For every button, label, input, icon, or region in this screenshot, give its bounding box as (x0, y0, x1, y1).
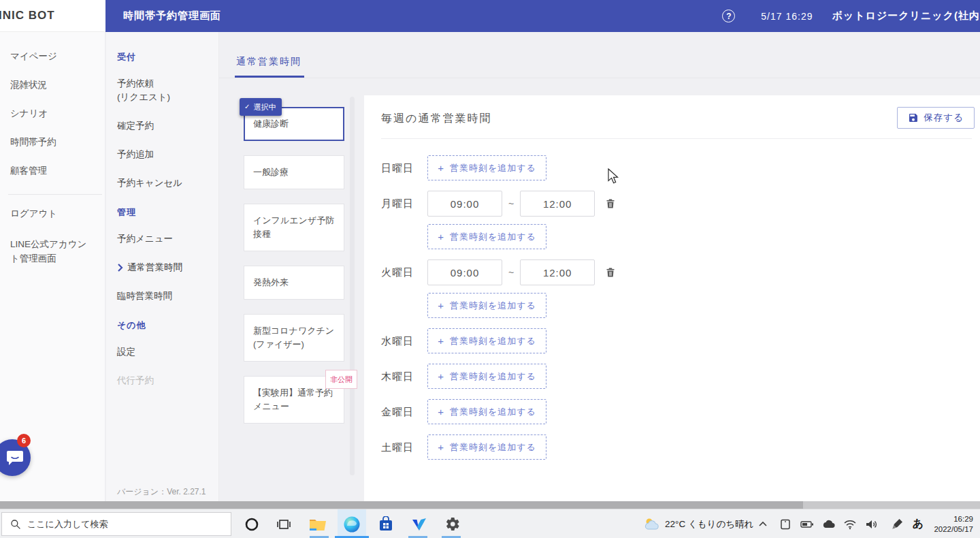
add-time-button-thursday[interactable]: + 営業時刻を追加する (427, 364, 546, 389)
app-logo-text: INIC BOT (0, 9, 55, 22)
plus-icon: + (438, 335, 444, 347)
sidebar-item-logout[interactable]: ログアウト (10, 208, 98, 219)
version-label: バージョン：Ver. 2.27.1 (117, 486, 206, 498)
chevron-up-icon[interactable] (753, 509, 773, 538)
menu-card-experimental[interactable]: 非公開 【実験用】通常予約メニュー (244, 376, 344, 424)
chevron-right-icon (117, 264, 123, 272)
sidebar-item-mypage[interactable]: マイページ (10, 51, 98, 62)
ime-indicator[interactable]: あ (908, 509, 928, 538)
account-name[interactable]: ボットロジークリニック(社内 (832, 10, 980, 22)
plus-icon: + (438, 231, 444, 242)
time-slot: ~ (427, 191, 616, 217)
panel-header: 毎週の通常営業時間 保存する (381, 95, 972, 139)
menu-card-health-check[interactable]: ✓ 選択中 健康診断 (244, 107, 344, 141)
sidebar-item-customers[interactable]: 顧客管理 (10, 165, 98, 176)
submenu-item-settings[interactable]: 設定 (117, 347, 212, 358)
add-time-button-wednesday[interactable]: + 営業時刻を追加する (427, 328, 546, 353)
app-logo: INIC BOT (0, 0, 105, 32)
trash-icon (606, 199, 615, 208)
menu-card-fever[interactable]: 発熱外来 (244, 266, 344, 300)
cortana-icon[interactable] (238, 509, 266, 538)
submenu-item-request[interactable]: 予約依頼 (リクエスト) (117, 78, 212, 103)
clock-time: 16:29 (953, 514, 973, 524)
microsoft-store-icon[interactable] (372, 509, 400, 538)
menu-card-general[interactable]: 一般診療 (244, 155, 344, 189)
sidebar-item-congestion[interactable]: 混雑状況 (10, 80, 98, 91)
taskbar-clock[interactable]: 16:29 2022/05/17 (934, 509, 973, 538)
plus-icon: + (438, 162, 444, 174)
private-badge: 非公開 (325, 370, 357, 389)
reservation-menu-list: ✓ 選択中 健康診断 一般診療 インフルエンザ予防接種 発熱外来 新型コロナワク… (244, 107, 344, 438)
plus-icon: + (438, 441, 444, 453)
file-explorer-icon[interactable] (304, 509, 332, 538)
tab-bar: 通常営業時間 (219, 53, 980, 78)
wifi-icon[interactable] (840, 509, 860, 538)
add-time-button-tuesday[interactable]: + 営業時刻を追加する (427, 293, 546, 318)
tab-normal-business-hours[interactable]: 通常営業時間 (235, 53, 304, 78)
plus-icon: + (438, 370, 444, 382)
submenu-item-cancel[interactable]: 予約キャンセル (117, 178, 212, 189)
add-time-button-monday[interactable]: + 営業時刻を追加する (427, 224, 546, 249)
range-separator: ~ (508, 198, 514, 209)
submenu-item-add-reservation[interactable]: 予約追加 (117, 149, 212, 160)
chat-bubble-icon (6, 449, 24, 466)
sidebar-item-scenario[interactable]: シナリオ (10, 108, 98, 119)
edge-icon[interactable] (338, 509, 366, 538)
horizontal-scrollbar[interactable] (0, 501, 980, 509)
check-icon: ✓ (244, 100, 250, 114)
clock-date: 2022/05/17 (934, 524, 973, 535)
header-datetime: 5/17 16:29 (761, 11, 813, 22)
add-time-button-saturday[interactable]: + 営業時刻を追加する (427, 434, 546, 460)
weather-widget[interactable]: 22°C くもりのち晴れ (644, 509, 753, 538)
day-row-monday: 月曜日 ~ + 営業時刻を追加する (381, 191, 980, 249)
search-input[interactable] (27, 519, 231, 529)
onedrive-cloud-icon[interactable] (819, 509, 839, 538)
end-time-input[interactable] (520, 191, 595, 217)
submenu-item-proxy-reservation: 代行予約 (117, 375, 212, 386)
primary-sidebar: マイページ 混雑状況 シナリオ 時間帯予約 顧客管理 ログアウト LINE公式ア… (0, 32, 105, 501)
plus-icon: + (438, 300, 444, 311)
menu-card-influenza[interactable]: インフルエンザ予防接種 (244, 204, 344, 251)
day-row-tuesday: 火曜日 ~ + 営業時刻を追加する (381, 259, 980, 318)
save-button[interactable]: 保存する (897, 107, 975, 129)
add-time-button-friday[interactable]: + 営業時刻を追加する (427, 399, 546, 424)
submenu-heading-reception: 受付 (117, 51, 212, 63)
submenu-heading-management: 管理 (117, 206, 212, 219)
submenu-section-management: 管理 予約メニュー 通常営業時間 臨時営業時間 (117, 206, 212, 302)
help-icon[interactable]: ? (722, 10, 735, 22)
start-time-input[interactable] (427, 191, 502, 217)
battery-icon[interactable] (797, 509, 817, 538)
weather-icon (644, 517, 660, 532)
plus-icon: + (438, 406, 444, 417)
day-row-wednesday: 水曜日 + 営業時刻を追加する (381, 328, 980, 353)
add-time-button-sunday[interactable]: + 営業時刻を追加する (427, 155, 546, 180)
taskbar-search[interactable] (1, 512, 231, 536)
panel-title: 毎週の通常営業時間 (381, 112, 491, 126)
volume-icon[interactable] (862, 509, 882, 538)
start-time-input[interactable] (427, 259, 502, 285)
search-icon (10, 519, 21, 530)
submenu-item-temporary-hours[interactable]: 臨時営業時間 (117, 291, 212, 302)
v-app-icon[interactable] (405, 509, 434, 538)
submenu-item-confirmed[interactable]: 確定予約 (117, 121, 212, 131)
app-root: INIC BOT 時間帯予約管理画面 ? 5/17 16:29 ボットロジークリ… (0, 0, 980, 538)
range-separator: ~ (508, 267, 514, 278)
submenu-heading-other: その他 (117, 319, 212, 332)
delete-slot-button[interactable] (605, 197, 616, 210)
horizontal-scrollbar-thumb[interactable] (0, 501, 803, 509)
sidebar-item-timeslot[interactable]: 時間帯予約 (10, 137, 98, 148)
submenu-item-reservation-menu[interactable]: 予約メニュー (117, 234, 212, 244)
settings-gear-icon[interactable] (438, 509, 467, 538)
sidebar-item-line-admin[interactable]: LINE公式アカウント管理画面 (10, 237, 95, 266)
tablet-device-icon[interactable] (775, 509, 796, 538)
end-time-input[interactable] (520, 259, 595, 285)
windows-taskbar: 22°C くもりのち晴れ (0, 509, 980, 538)
task-view-icon[interactable] (270, 509, 298, 538)
day-rows: 日曜日 + 営業時刻を追加する 月曜日 ~ (364, 139, 980, 460)
delete-slot-button[interactable] (605, 266, 616, 279)
pen-ink-icon[interactable] (887, 509, 907, 538)
weekly-hours-panel: 毎週の通常営業時間 保存する 日曜日 + 営業時刻を追加する 月曜日 (364, 95, 980, 501)
menu-card-covid-vaccine[interactable]: 新型コロナワクチン(ファイザー) (244, 314, 344, 362)
submenu-item-normal-hours[interactable]: 通常営業時間 (117, 262, 212, 273)
menu-list-scrollbar[interactable] (350, 97, 355, 475)
